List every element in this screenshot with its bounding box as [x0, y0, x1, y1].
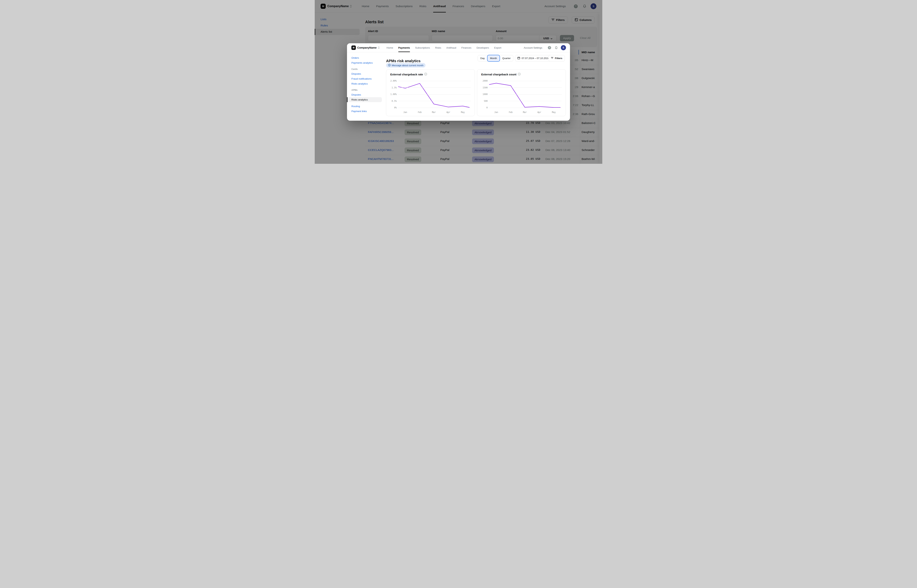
company-name: CompanyName — [357, 46, 377, 49]
period-day-button[interactable]: Day — [478, 55, 487, 61]
sidebar-section-cards: Cards — [347, 65, 382, 71]
info-icon — [388, 64, 391, 67]
sidebar-section-apms: APMs — [347, 86, 382, 92]
x-axis-labels: JanFebMarAprMay — [489, 111, 562, 114]
x-tick-label: May — [552, 111, 556, 113]
company-switcher-icon[interactable] — [378, 47, 379, 49]
x-axis-labels: JanFebMarAprMay — [398, 111, 471, 114]
nav-item-developers[interactable]: Developers — [476, 43, 489, 52]
x-tick-label: Jan — [494, 111, 498, 113]
nav-item-payments[interactable]: Payments — [398, 43, 410, 52]
x-tick-label: Mar — [432, 111, 436, 113]
chart-card-chargeback-count: External chargeback count 20001500100050… — [477, 69, 566, 116]
nav-item-antifraud[interactable]: Antifraud — [446, 43, 456, 52]
user-avatar[interactable]: S — [561, 45, 566, 50]
sidebar-item-apms-disputes[interactable]: Disputes — [347, 92, 382, 97]
x-tick-label: Feb — [418, 111, 421, 113]
modal-top-nav: M CompanyName Home Payments Subscription… — [347, 43, 570, 52]
chart-card-chargeback-rate: External chargeback rate 2.00%1.5%1.00%0… — [386, 69, 475, 116]
y-tick-label: 0% — [394, 107, 397, 109]
x-tick-label: Apr — [538, 111, 541, 113]
y-tick-label: 1.5% — [392, 86, 397, 89]
sidebar-item-routing[interactable]: Routing — [347, 104, 382, 109]
y-axis-labels: 2000150010005000 — [477, 81, 488, 108]
y-tick-label: 1.00% — [390, 93, 397, 95]
chart-title-text: External chargeback count — [481, 73, 517, 76]
modal-filters-button[interactable]: Filters — [548, 55, 565, 61]
sidebar-item-cards-risks-analytics[interactable]: Risks analytics — [347, 81, 382, 86]
modal-nav-links: Home Payments Subscriptions Risks Antifr… — [387, 43, 501, 52]
nav-item-subscriptions[interactable]: Subscriptions — [415, 43, 430, 52]
modal-nav-right: Account Settings ? S — [524, 45, 566, 50]
info-icon[interactable] — [518, 73, 521, 76]
help-icon[interactable]: ? — [548, 46, 551, 49]
sidebar-item-apms-risks-analytics[interactable]: Risks analytics — [347, 97, 382, 102]
info-icon[interactable] — [424, 73, 427, 76]
period-segmented-control: Day Month Quarter — [478, 55, 513, 61]
sidebar-item-payment-links[interactable]: Payment links — [347, 109, 382, 114]
company-logo: M — [351, 45, 356, 50]
gridline — [489, 87, 562, 88]
gridline — [489, 101, 562, 101]
modal-sidebar: Orders Payments analytics Cards Disputes… — [347, 52, 382, 121]
chart-title: External chargeback count — [481, 73, 521, 76]
y-axis-labels: 2.00%1.5%1.00%0.5%0% — [386, 81, 397, 108]
x-tick-label: Apr — [446, 111, 450, 113]
sidebar-item-payments-analytics[interactable]: Payments analytics — [347, 60, 382, 65]
y-tick-label: 2000 — [483, 79, 488, 82]
sidebar-item-orders[interactable]: Orders — [347, 55, 382, 60]
apms-risk-analytics-modal: M CompanyName Home Payments Subscription… — [347, 43, 570, 121]
nav-item-finances[interactable]: Finances — [461, 43, 471, 52]
notice-text: Message about current month — [392, 64, 423, 67]
y-tick-label: 500 — [484, 100, 488, 102]
logo-letter: M — [353, 47, 355, 49]
x-tick-label: Feb — [509, 111, 513, 113]
x-tick-label: May — [461, 111, 465, 113]
plot-area — [398, 81, 471, 108]
y-tick-label: 1500 — [483, 86, 488, 89]
period-month-button[interactable]: Month — [487, 55, 500, 61]
gridline — [398, 101, 471, 101]
plot-area — [489, 81, 562, 108]
sidebar-item-fraud-notifications[interactable]: Fraud notifications — [347, 76, 382, 81]
chart-title-text: External chargeback rate — [390, 73, 423, 76]
modal-title: APMs risk analytics — [386, 59, 421, 63]
account-settings-link[interactable]: Account Settings — [524, 47, 542, 49]
nav-item-risks[interactable]: Risks — [435, 43, 441, 52]
y-tick-label: 0 — [486, 107, 488, 109]
filters-button-label: Filters — [555, 57, 562, 60]
y-tick-label: 0.5% — [392, 100, 397, 102]
x-tick-label: Jan — [403, 111, 407, 113]
x-tick-label: Mar — [523, 111, 527, 113]
nav-item-export[interactable]: Export — [494, 43, 501, 52]
sidebar-item-cards-disputes[interactable]: Disputes — [347, 71, 382, 76]
calendar-icon — [517, 57, 520, 60]
gridline — [398, 87, 471, 88]
chart-title: External chargeback rate — [390, 73, 427, 76]
notifications-bell-icon[interactable] — [555, 46, 558, 49]
current-month-notice: Message about current month — [386, 63, 426, 68]
y-tick-label: 2.00% — [390, 79, 397, 82]
date-range-value: 07.07.2024 – 07.10.2024 — [521, 57, 549, 60]
screen: M CompanyName Home Payments Subscription… — [315, 0, 602, 164]
nav-item-home[interactable]: Home — [387, 43, 393, 52]
filter-icon — [551, 57, 553, 60]
y-tick-label: 1000 — [483, 93, 488, 95]
period-quarter-button[interactable]: Quarter — [500, 55, 513, 61]
